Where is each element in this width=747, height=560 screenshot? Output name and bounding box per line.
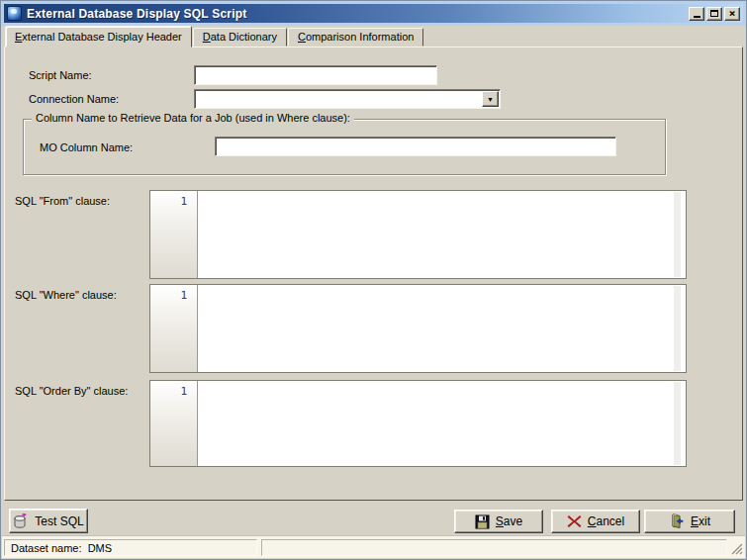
tab-external-database-display-header[interactable]: External Database Display Header: [5, 26, 192, 47]
exit-button[interactable]: Exit: [644, 510, 735, 533]
window-title: External Database Display SQL Script: [27, 7, 689, 21]
maximize-button[interactable]: [706, 7, 722, 21]
dataset-name-value: DMS: [88, 542, 112, 554]
editor-right-margin: [674, 192, 681, 277]
tab-data-dictionary[interactable]: Data Dictionary: [193, 28, 287, 47]
sql-from-editor: 1: [149, 190, 687, 279]
sql-from-label: SQL "From" clause:: [15, 195, 110, 207]
connection-name-input[interactable]: [195, 90, 500, 108]
status-right-panel: [261, 539, 727, 556]
exit-label: Exit: [691, 514, 710, 528]
tab-label: C: [298, 31, 306, 43]
save-label: Save: [496, 514, 522, 528]
resize-grip[interactable]: [730, 542, 743, 555]
connection-dropdown-button[interactable]: ▼: [482, 91, 499, 107]
cancel-label: Cancel: [588, 514, 624, 528]
save-button[interactable]: Save: [454, 510, 543, 533]
chevron-down-icon: ▼: [487, 96, 494, 103]
status-bar: Dataset name: DMS: [2, 535, 745, 558]
titlebar[interactable]: External Database Display SQL Script ×: [4, 4, 743, 23]
sql-from-line-numbers: 1: [150, 191, 198, 278]
minimize-icon: [694, 16, 700, 18]
sql-where-label: SQL "Where" clause:: [15, 289, 117, 301]
editor-right-margin: [674, 382, 681, 465]
mo-column-group-title: Column Name to Retrieve Data for a Job (…: [32, 112, 354, 124]
close-button[interactable]: ×: [724, 7, 740, 21]
mo-column-groupbox: Column Name to Retrieve Data for a Job (…: [23, 119, 666, 175]
connection-name-combobox[interactable]: ▼: [194, 89, 501, 109]
tab-label: xternal Database Display Header: [22, 31, 181, 43]
dataset-name-label: Dataset name:: [11, 542, 82, 554]
tab-comparison-information[interactable]: Comparison Information: [288, 28, 423, 47]
tab-label: D: [203, 31, 211, 43]
editor-right-margin: [674, 286, 681, 371]
test-sql-label: Test SQL: [35, 514, 83, 528]
sql-order-by-textarea[interactable]: [199, 381, 686, 466]
tab-label: omparison Information: [306, 31, 414, 43]
connection-name-label: Connection Name:: [29, 93, 119, 105]
cancel-button[interactable]: Cancel: [551, 510, 640, 533]
svg-text:*: *: [22, 513, 27, 521]
dialog-window: External Database Display SQL Script × E…: [0, 0, 747, 560]
sql-where-editor: 1: [149, 284, 687, 373]
test-sql-button[interactable]: * Test SQL: [9, 509, 88, 533]
sql-order-by-label: SQL "Order By" clause:: [15, 385, 128, 397]
sql-where-line-numbers: 1: [150, 285, 198, 372]
sql-order-by-line-numbers: 1: [150, 381, 198, 466]
script-name-label: Script Name:: [29, 69, 92, 81]
status-dataset-panel: Dataset name: DMS: [4, 539, 257, 556]
cancel-x-icon: [567, 514, 582, 528]
tab-label: ata Dictionary: [211, 31, 277, 43]
mo-column-name-label: MO Column Name:: [40, 141, 133, 153]
maximize-icon: [710, 10, 718, 17]
save-floppy-icon: [475, 514, 490, 529]
exit-door-icon: [669, 513, 685, 529]
sql-where-textarea[interactable]: [199, 285, 686, 372]
minimize-button[interactable]: [689, 7, 704, 21]
script-name-input[interactable]: [195, 66, 436, 84]
mo-column-name-input[interactable]: [216, 138, 615, 155]
sql-order-by-editor: 1: [149, 380, 687, 467]
tab-page-external-database-display-header: Script Name: Connection Name: ▼ Column N…: [4, 47, 743, 501]
close-icon: ×: [729, 8, 736, 19]
sql-from-textarea[interactable]: [199, 191, 686, 278]
app-icon: [7, 6, 22, 21]
database-test-icon: *: [13, 513, 29, 529]
tab-strip: External Database Display Header Data Di…: [4, 25, 743, 47]
